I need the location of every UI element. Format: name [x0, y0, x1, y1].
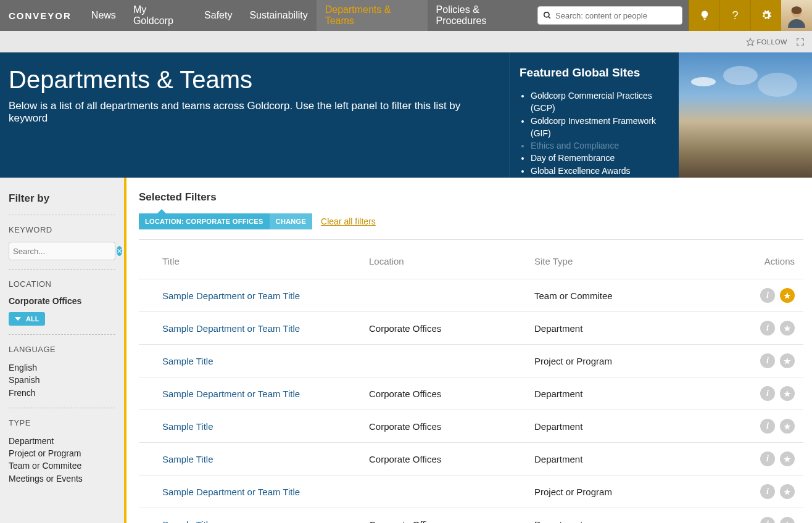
info-icon[interactable] — [760, 386, 775, 401]
filter-option[interactable]: Spanish — [9, 374, 115, 386]
all-btn-label: ALL — [26, 315, 39, 323]
info-icon[interactable] — [760, 484, 775, 499]
row-title-link[interactable]: Sample Department or Team Title — [162, 487, 369, 497]
table-row: Sample Department or Team TitleCorporate… — [139, 311, 803, 344]
col-location[interactable]: Location — [369, 256, 534, 266]
star-icon[interactable] — [780, 288, 795, 303]
star-icon[interactable] — [780, 517, 795, 523]
settings-button[interactable] — [750, 0, 781, 31]
language-options: EnglishSpanishFrench — [9, 361, 115, 399]
col-title[interactable]: Title — [162, 256, 369, 266]
col-type[interactable]: Site Type — [534, 256, 719, 266]
star-icon[interactable] — [780, 451, 795, 466]
row-actions — [719, 386, 803, 401]
info-icon[interactable] — [760, 419, 775, 434]
star-icon[interactable] — [780, 386, 795, 401]
row-type: Department — [534, 421, 719, 432]
row-title-link[interactable]: Sample Title — [162, 356, 369, 366]
location-value: Corporate Offices — [9, 296, 115, 306]
nav-item-safety[interactable]: Safety — [196, 0, 241, 31]
filter-chip: LOCATION: CORPORATE OFFICES CHANGE — [139, 213, 312, 229]
nav-item-departments-teams[interactable]: Departments & Teams — [317, 0, 428, 31]
row-actions — [719, 321, 803, 336]
row-title-link[interactable]: Sample Title — [162, 421, 369, 432]
type-options: DepartmentProject or ProgramTeam or Comm… — [9, 435, 115, 485]
row-actions — [719, 353, 803, 368]
row-title-link[interactable]: Sample Department or Team Title — [162, 389, 369, 399]
filter-option[interactable]: Meetings or Events — [9, 472, 115, 485]
follow-button[interactable]: FOLLOW — [746, 38, 787, 46]
hero-image — [679, 52, 812, 178]
util-bar: FOLLOW — [0, 31, 812, 52]
keyword-input[interactable] — [13, 247, 117, 256]
fullscreen-button[interactable] — [796, 38, 805, 46]
filter-heading: Filter by — [9, 192, 115, 205]
location-all-button[interactable]: ALL — [9, 312, 45, 326]
star-icon[interactable] — [780, 484, 795, 499]
featured-list: Goldcorp Commercial Practices (GCP)Goldc… — [520, 89, 666, 177]
filter-option[interactable]: Department — [9, 435, 115, 447]
table-row: Sample TitleProject or Program — [139, 344, 803, 377]
table-row: Sample TitleCorporate OfficesDepartment — [139, 442, 803, 475]
featured-link[interactable]: Goldcorp Investment Framework (GIF) — [531, 115, 666, 140]
location-label: LOCATION — [9, 279, 115, 289]
filter-option[interactable]: French — [9, 387, 115, 399]
row-location: Corporate Offices — [369, 389, 534, 399]
table-row: Sample Department or Team TitleProject o… — [139, 475, 803, 508]
help-button[interactable]: ? — [719, 0, 750, 31]
table-row: Sample Department or Team TitleTeam or C… — [139, 279, 803, 311]
featured-sites: Featured Global Sites Goldcorp Commercia… — [509, 52, 679, 178]
row-title-link[interactable]: Sample Department or Team Title — [162, 323, 369, 334]
content: Selected Filters LOCATION: CORPORATE OFF… — [126, 178, 812, 523]
star-icon[interactable] — [780, 353, 795, 368]
search-input[interactable] — [555, 11, 677, 20]
idea-button[interactable] — [689, 0, 719, 31]
avatar-icon — [784, 3, 809, 28]
info-icon[interactable] — [760, 288, 775, 303]
star-icon[interactable] — [780, 321, 795, 336]
chip-change-button[interactable]: CHANGE — [270, 213, 312, 229]
global-search[interactable] — [537, 6, 682, 25]
nav-item-news[interactable]: News — [83, 0, 125, 31]
nav-item-sustainability[interactable]: Sustainability — [241, 0, 316, 31]
top-nav: CONVEYOR NewsMy GoldcorpSafetySustainabi… — [0, 0, 812, 31]
filter-option[interactable]: English — [9, 361, 115, 374]
clear-all-filters[interactable]: Clear all filters — [321, 216, 376, 226]
table-row: Sample TitleCorporate OfficesDepartment — [139, 410, 803, 442]
hero-main: Departments & Teams Below is a list of a… — [0, 52, 509, 178]
filter-option[interactable]: Team or Commitee — [9, 459, 115, 472]
chip-main: LOCATION: CORPORATE OFFICES — [139, 213, 270, 229]
language-label: LANGUAGE — [9, 345, 115, 354]
filter-option[interactable]: Project or Program — [9, 447, 115, 459]
nav-item-policies-procedures[interactable]: Policies & Procedures — [428, 0, 537, 31]
clear-keyword-button[interactable]: ✕ — [117, 246, 122, 256]
star-icon[interactable] — [780, 419, 795, 434]
featured-link[interactable]: Global Excellence Awards — [531, 165, 666, 177]
featured-heading: Featured Global Sites — [520, 66, 666, 80]
row-title-link[interactable]: Sample Title — [162, 454, 369, 464]
row-type: Team or Commitee — [534, 290, 719, 301]
info-icon[interactable] — [760, 451, 775, 466]
row-actions — [719, 517, 803, 523]
chevron-down-icon — [15, 316, 21, 321]
filter-chip-row: LOCATION: CORPORATE OFFICES CHANGE Clear… — [139, 213, 803, 229]
featured-link[interactable]: Goldcorp Commercial Practices (GCP) — [531, 89, 666, 115]
row-title-link[interactable]: Sample Department or Team Title — [162, 290, 369, 301]
row-title-link[interactable]: Sample Title — [162, 519, 369, 524]
user-avatar[interactable] — [781, 0, 812, 31]
page-title: Departments & Teams — [9, 66, 500, 94]
row-type: Department — [534, 454, 719, 464]
follow-label: FOLLOW — [757, 38, 787, 46]
featured-link[interactable]: Day of Remembrance — [531, 152, 666, 164]
filter-sidebar: Filter by KEYWORD ✕ LOCATION Corporate O… — [0, 178, 126, 523]
featured-link[interactable]: Ethics and Compliance — [531, 139, 666, 152]
brand-logo[interactable]: CONVEYOR — [0, 10, 83, 21]
nav-item-my-goldcorp[interactable]: My Goldcorp — [125, 0, 196, 31]
info-icon[interactable] — [760, 321, 775, 336]
row-location: Corporate Offices — [369, 421, 534, 432]
svg-line-1 — [549, 17, 550, 19]
keyword-search[interactable]: ✕ — [9, 242, 115, 260]
info-icon[interactable] — [760, 353, 775, 368]
info-icon[interactable] — [760, 517, 775, 523]
divider — [9, 408, 115, 408]
